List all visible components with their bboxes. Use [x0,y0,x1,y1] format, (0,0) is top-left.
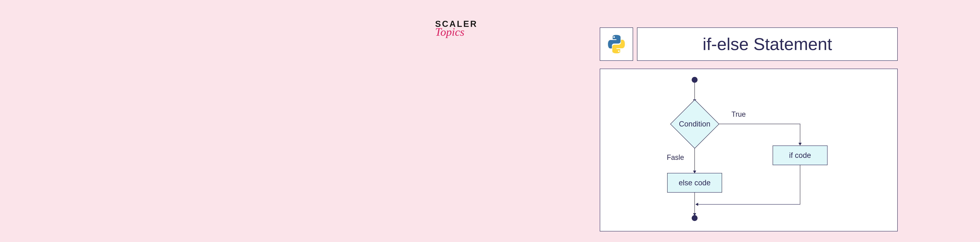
else-code-node: else code [667,173,722,193]
end-node [692,215,698,221]
flowchart-container: Condition True if code Fasle else code [600,68,898,231]
else-code-text: else code [679,179,711,187]
header: if-else Statement [600,27,898,61]
edge-if-merge-h [698,204,800,205]
condition-text: Condition [679,120,711,128]
true-label: True [732,110,746,118]
arrow-true [799,143,802,145]
condition-node: Condition [670,99,719,148]
edge-true-v [800,124,800,143]
edge-true-h [719,124,800,124]
logo-line2: Topics [435,26,478,38]
start-node [692,77,698,83]
python-icon [606,33,627,55]
title-box: if-else Statement [637,27,898,61]
edge-else-end [694,193,695,215]
arrow-merge [695,203,698,206]
title-text: if-else Statement [703,34,832,54]
python-icon-box [600,27,633,61]
edge-start-condition [694,83,695,100]
edge-false-v [694,148,695,171]
if-code-text: if code [789,151,811,160]
if-code-node: if code [773,145,827,165]
false-label: Fasle [667,153,684,162]
scaler-topics-logo: SCALER Topics [435,20,478,38]
edge-if-down [800,165,800,204]
